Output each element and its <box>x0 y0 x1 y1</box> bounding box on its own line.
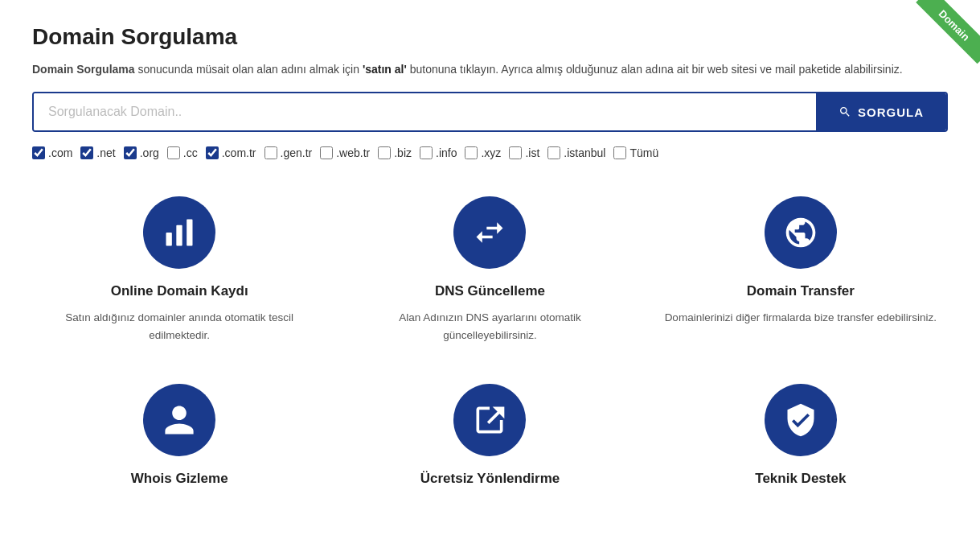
feature-desc-online-domain: Satın aldığınız domainler anında otomati… <box>40 309 318 344</box>
feature-item-redirect: Ücretsiz Yönlendirme <box>342 376 637 505</box>
user-icon <box>162 402 197 438</box>
checkbox-row: .com.net.org.cc.com.tr.gen.tr.web.tr.biz… <box>32 146 948 159</box>
feature-title-support: Teknik Destek <box>755 471 846 487</box>
arrows-icon <box>472 215 507 250</box>
feature-desc-domain-transfer: Domainlerinizi diğer firmalarda bize tra… <box>665 309 937 327</box>
svg-rect-2 <box>187 220 192 246</box>
shield-icon-circle <box>765 384 837 456</box>
feature-item-dns-update: DNS GüncellemeAlan Adınızın DNS ayarları… <box>342 188 637 352</box>
checkbox-item-istanbul[interactable]: .istanbul <box>547 146 605 159</box>
bar-chart-icon-circle <box>143 196 215 269</box>
corner-ribbon: Domain <box>900 0 980 80</box>
ribbon-label: Domain <box>916 0 980 64</box>
checkbox-com.tr[interactable] <box>206 146 219 159</box>
search-button[interactable]: SORGULA <box>816 93 946 130</box>
checkbox-net[interactable] <box>80 146 93 159</box>
feature-title-whois: Whois Gizleme <box>131 471 228 487</box>
checkbox-item-xyz[interactable]: .xyz <box>465 146 501 159</box>
page-title: Domain Sorgulama <box>32 24 948 50</box>
svg-rect-1 <box>176 225 182 246</box>
checkbox-cc[interactable] <box>167 146 180 159</box>
redirect-icon-circle <box>453 384 526 456</box>
search-input[interactable] <box>34 93 816 130</box>
feature-item-domain-transfer: Domain TransferDomainlerinizi diğer firm… <box>654 188 948 352</box>
checkbox-item-net[interactable]: .net <box>80 146 115 159</box>
checkbox-istanbul[interactable] <box>547 146 560 159</box>
globe-icon-circle <box>765 196 837 269</box>
user-icon-circle <box>143 384 215 456</box>
arrows-icon-circle <box>453 196 526 269</box>
checkbox-item-info[interactable]: .info <box>420 146 457 159</box>
checkbox-web.tr[interactable] <box>320 146 333 159</box>
checkbox-item-ist[interactable]: .ist <box>509 146 539 159</box>
bar-chart-icon <box>162 215 197 250</box>
checkbox-com[interactable] <box>32 146 45 159</box>
feature-item-online-domain: Online Domain KaydıSatın aldığınız domai… <box>32 188 326 352</box>
checkbox-xyz[interactable] <box>465 146 478 159</box>
subtitle-brand: Domain Sorgulama <box>32 63 135 76</box>
checkbox-org[interactable] <box>124 146 137 159</box>
feature-title-dns-update: DNS Güncelleme <box>435 283 545 299</box>
feature-title-online-domain: Online Domain Kaydı <box>111 283 248 299</box>
svg-rect-0 <box>166 233 172 246</box>
checkbox-biz[interactable] <box>378 146 391 159</box>
checkbox-item-gen.tr[interactable]: .gen.tr <box>264 146 313 159</box>
feature-desc-dns-update: Alan Adınızın DNS ayarlarını otomatik gü… <box>351 309 629 344</box>
checkbox-gen.tr[interactable] <box>264 146 277 159</box>
feature-grid: Online Domain KaydıSatın aldığınız domai… <box>32 188 948 505</box>
globe-icon <box>783 215 818 250</box>
search-bar: SORGULA <box>32 92 948 132</box>
shield-icon <box>783 402 818 438</box>
feature-item-support: Teknik Destek <box>654 376 948 505</box>
feature-item-whois: Whois Gizleme <box>32 376 326 505</box>
checkbox-item-org[interactable]: .org <box>124 146 159 159</box>
checkbox-item-web.tr[interactable]: .web.tr <box>320 146 370 159</box>
checkbox-info[interactable] <box>420 146 433 159</box>
redirect-icon <box>472 402 507 438</box>
feature-title-domain-transfer: Domain Transfer <box>747 283 855 299</box>
checkbox-item-biz[interactable]: .biz <box>378 146 412 159</box>
checkbox-ist[interactable] <box>509 146 522 159</box>
subtitle-cta: 'satın al' <box>363 63 407 76</box>
subtitle: Domain Sorgulama sonucunda müsait olan a… <box>32 63 948 76</box>
search-icon <box>839 105 851 118</box>
checkbox-item-Tümü[interactable]: Tümü <box>613 146 658 159</box>
checkbox-item-cc[interactable]: .cc <box>167 146 198 159</box>
checkbox-item-com[interactable]: .com <box>32 146 72 159</box>
feature-title-redirect: Ücretsiz Yönlendirme <box>420 471 560 487</box>
checkbox-item-com.tr[interactable]: .com.tr <box>206 146 256 159</box>
checkbox-Tümü[interactable] <box>613 146 626 159</box>
